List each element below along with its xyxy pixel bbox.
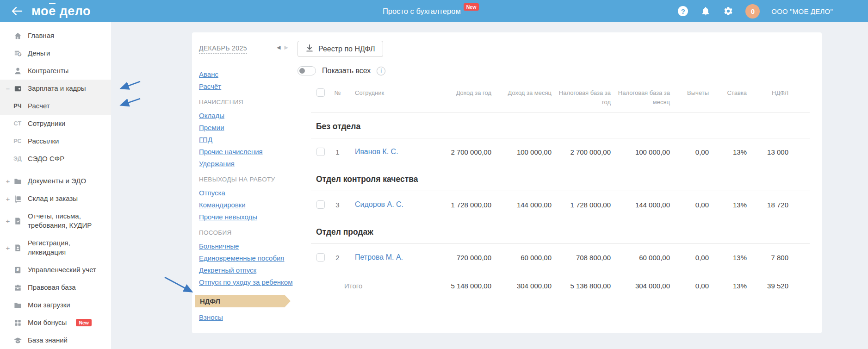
gift-icon: [13, 318, 22, 327]
folder-icon: [13, 300, 22, 310]
select-all-checkbox[interactable]: [316, 88, 325, 97]
nav-link-raschet[interactable]: Расчёт: [199, 81, 296, 93]
col-ndfl: НДФЛ: [747, 88, 788, 98]
ruble-report-icon: ₽: [13, 265, 22, 274]
main-sidebar: Главная ₽ Деньги Контрагенты − Зарплата …: [0, 22, 111, 349]
home-icon: [13, 31, 22, 40]
tagline-new-badge: New: [464, 3, 479, 11]
sidebar-item-registratsiya[interactable]: + Регистрация, ликвидация: [0, 234, 111, 261]
money-icon: ₽: [13, 49, 22, 58]
nav-link-dekretnyy-otpusk[interactable]: Декретный отпуск: [199, 264, 296, 276]
content-card: ДЕКАБРЬ 2025 ◀ ▶ Аванс Расчёт НАЧИСЛЕНИЯ…: [192, 32, 822, 333]
nav-section-nachisleniya: НАЧИСЛЕНИЯ: [199, 99, 296, 106]
table-header-row: № Сотрудник Доход за год Доход за месяц …: [311, 86, 810, 112]
sidebar-item-rassylki[interactable]: РС Рассылки: [0, 132, 111, 150]
employee-link-ivanov[interactable]: Иванов К. С.: [350, 148, 408, 156]
company-name[interactable]: ООО "МОЕ ДЕЛО": [771, 7, 833, 15]
export-ndfl-register-button[interactable]: Реестр по НДФЛ: [298, 41, 383, 57]
nav-section-nevykhody: НЕВЫХОДЫ НА РАБОТУ: [199, 176, 296, 183]
person-icon: [13, 66, 22, 75]
total-label: Итого: [311, 282, 408, 290]
prev-month-icon[interactable]: ◀: [277, 44, 280, 50]
nav-link-avans[interactable]: Аванс: [199, 69, 296, 81]
expand-plus-icon[interactable]: +: [5, 244, 11, 252]
sidebar-item-moi-zagruzki[interactable]: Мои загрузки: [0, 296, 111, 314]
sidebar-item-otchety-pisma[interactable]: + Отчеты, письма, требования, КУДИР: [0, 207, 111, 234]
sidebar-item-sklad-i-zakazy[interactable]: + Склад и заказы: [0, 190, 111, 207]
col-income-month: Доход за месяц: [491, 88, 552, 98]
sidebar-item-kontragenty[interactable]: Контрагенты: [0, 62, 111, 80]
col-taxbase-year: Налоговая база за год: [552, 88, 611, 106]
sidebar-item-sedo-sfr[interactable]: ЭД СЭДО СФР: [0, 150, 111, 168]
nav-link-gpd[interactable]: ГПД: [199, 134, 296, 146]
sidebar-item-upravlencheskiy-uchet[interactable]: ₽ Управленческий учет: [0, 261, 111, 279]
report-check-icon: [13, 216, 22, 225]
back-arrow-icon[interactable]: [10, 5, 23, 18]
expand-plus-icon[interactable]: +: [5, 195, 11, 203]
handtruck-icon: [13, 194, 22, 203]
help-icon[interactable]: ?: [677, 6, 688, 17]
annotation-arrow-raschet: [121, 99, 140, 105]
nav-tab-ndfl-active[interactable]: НДФЛ: [195, 295, 291, 307]
document-person-icon: [13, 243, 22, 252]
sidebar-item-moi-bonusy[interactable]: Мои бонусы New: [0, 314, 111, 331]
sidebar-item-dokumenty-i-edo[interactable]: + Документы и ЭДО: [0, 172, 111, 190]
tagline-link[interactable]: Просто с бухгалтером: [383, 7, 461, 16]
expand-plus-icon[interactable]: +: [5, 217, 11, 225]
info-icon[interactable]: i: [377, 67, 385, 75]
settings-gear-icon[interactable]: [723, 6, 734, 17]
employee-link-sidorov[interactable]: Сидоров А. С.: [350, 200, 408, 209]
next-month-icon[interactable]: ▶: [284, 44, 288, 50]
group-header-kontrol-kachestva: Отдел контроля качества: [311, 165, 810, 191]
nav-link-premii[interactable]: Премии: [199, 122, 296, 134]
payroll-nav: ДЕКАБРЬ 2025 ◀ ▶ Аванс Расчёт НАЧИСЛЕНИЯ…: [199, 44, 296, 324]
group-header-otdel-prodazh: Отдел продаж: [311, 218, 810, 243]
nav-link-bolnichnye[interactable]: Больничные: [199, 240, 296, 252]
nav-link-komandirovki[interactable]: Командировки: [199, 199, 296, 211]
sidebar-item-zarplata-i-kadry[interactable]: − Зарплата и кадры: [0, 80, 111, 97]
nav-link-vznosy[interactable]: Взносы: [199, 312, 296, 324]
collapse-minus-icon[interactable]: −: [5, 85, 11, 93]
nav-link-prochie-nevykhody[interactable]: Прочие невыходы: [199, 211, 296, 223]
logo-accent-letter: е: [49, 4, 56, 18]
col-employee: Сотрудник: [350, 88, 408, 98]
user-avatar[interactable]: 0: [745, 4, 760, 19]
col-income-year: Доход за год: [408, 88, 491, 98]
toggle-knob: [299, 68, 305, 74]
sotrudniki-prefix: СТ: [12, 120, 23, 127]
nav-link-uderzhaniya[interactable]: Удержания: [199, 158, 296, 170]
folder-icon: [13, 176, 22, 186]
notifications-bell-icon[interactable]: [700, 6, 711, 17]
top-header-bar: мое дело Просто с бухгалтером New ? 0 ОО…: [0, 0, 868, 22]
sidebar-item-glavnaya[interactable]: Главная: [0, 27, 111, 44]
show-all-label: Показать всех: [322, 67, 371, 75]
group-header-bez-otdela: Без отдела: [311, 112, 810, 138]
nav-link-oklady[interactable]: Оклады: [199, 110, 296, 122]
month-selector[interactable]: ДЕКАБРЬ 2025: [199, 44, 247, 54]
bonus-new-badge: New: [76, 319, 92, 326]
col-deductions: Вычеты: [670, 88, 709, 98]
nav-link-edinovremennye-posobiya[interactable]: Единовременные пособия: [199, 252, 296, 264]
sidebar-item-baza-znaniy[interactable]: База знаний: [0, 331, 111, 349]
nav-link-otpuska[interactable]: Отпуска: [199, 187, 296, 199]
nav-link-otpusk-po-ukhodu[interactable]: Отпуск по уходу за ребенком: [199, 276, 296, 288]
annotation-arrow-zarplata: [121, 81, 140, 88]
row-checkbox[interactable]: [316, 253, 325, 262]
expand-plus-icon[interactable]: +: [5, 177, 11, 185]
table-row-ivanov: 1 Иванов К. С. 2 700 000,00 100 000,00 2…: [311, 138, 810, 165]
show-all-toggle[interactable]: [298, 66, 316, 75]
row-checkbox[interactable]: [316, 200, 325, 209]
sidebar-item-pravovaya-baza[interactable]: Правовая база: [0, 279, 111, 296]
sidebar-item-sotrudniki[interactable]: СТ Сотрудники: [0, 115, 111, 132]
employee-link-petrova[interactable]: Петрова М. А.: [350, 253, 408, 262]
rassylki-prefix: РС: [12, 138, 23, 144]
row-checkbox[interactable]: [316, 148, 325, 156]
sidebar-item-raschet[interactable]: РЧ Расчет: [0, 97, 111, 115]
graduation-cap-icon: [13, 336, 22, 345]
briefcase-icon: [13, 283, 22, 292]
table-total-row: Итого 5 148 000,00 304 000,00 5 136 800,…: [311, 271, 810, 300]
moe-delo-logo[interactable]: мое дело: [31, 4, 91, 19]
raschet-prefix: РЧ: [12, 103, 23, 109]
sidebar-item-dengi[interactable]: ₽ Деньги: [0, 44, 111, 62]
nav-link-prochie-nachisleniya[interactable]: Прочие начисления: [199, 146, 296, 158]
